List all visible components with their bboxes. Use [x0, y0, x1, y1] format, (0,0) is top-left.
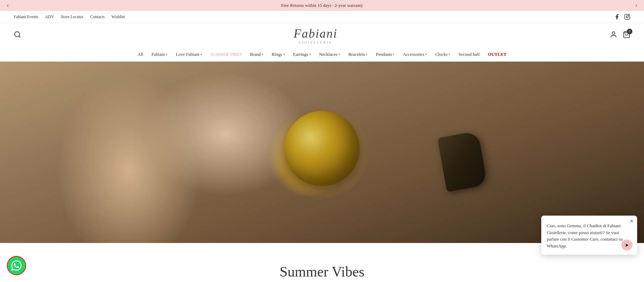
svg-rect-0	[625, 14, 630, 20]
wishlist-link[interactable]: Wishlist	[111, 14, 125, 20]
main-nav: All Fabiani ▾ Love Fabiani ▾ SUMMER VIBE…	[0, 48, 644, 62]
cart-badge: 0	[627, 29, 632, 34]
announcement-next-button[interactable]: ›	[629, 0, 644, 11]
chatbot-message: Ciao, sono Gemma, il ChatBot di Fabiani …	[547, 222, 632, 249]
whatsapp-button[interactable]	[7, 256, 26, 275]
nav-necklaces[interactable]: Necklaces ▾	[316, 50, 344, 59]
adv-link[interactable]: ADV	[45, 14, 54, 20]
section-title: Summer Vibes	[7, 264, 637, 280]
instagram-icon[interactable]	[624, 14, 630, 20]
whatsapp-icon	[11, 260, 22, 271]
nav-clocks[interactable]: Clocks ▾	[432, 50, 454, 59]
nav-earrings[interactable]: Earrings ▾	[290, 50, 314, 59]
announcement-bar: ‹ Free Returns within 15 days · 2-year w…	[0, 0, 644, 11]
cart-icon[interactable]: 0	[623, 31, 630, 40]
earrings-chevron-icon: ▾	[309, 53, 311, 56]
svg-point-1	[626, 16, 628, 18]
top-nav-right	[614, 14, 630, 20]
chatbot-close-button[interactable]: ✕	[630, 218, 634, 224]
search-button[interactable]	[14, 31, 21, 40]
nav-love-fabiani[interactable]: Love Fabiani ▾	[172, 50, 206, 59]
nav-all[interactable]: All	[134, 50, 147, 59]
love-fabiani-chevron-icon: ▾	[200, 53, 202, 56]
necklaces-chevron-icon: ▾	[338, 53, 340, 56]
svg-point-5	[612, 31, 615, 34]
header-logo[interactable]: Fabiani GIOIELLERIE	[21, 26, 610, 44]
store-locator-link[interactable]: Store Locator	[61, 14, 84, 20]
rings-chevron-icon: ▾	[283, 53, 285, 56]
top-nav-left: Fabiani Events ADV Store Locator Contact…	[14, 14, 125, 20]
account-icon[interactable]	[610, 31, 617, 40]
pendants-chevron-icon: ▾	[393, 53, 395, 56]
fabiani-events-link[interactable]: Fabiani Events	[14, 14, 38, 20]
nav-second-half[interactable]: Second half	[455, 50, 483, 59]
header: Fabiani GIOIELLERIE 0	[0, 23, 644, 48]
header-actions: 0	[610, 31, 630, 40]
contacts-link[interactable]: Contacts	[90, 14, 104, 20]
chatbot-send-button[interactable]: ➤	[621, 240, 632, 251]
nav-brand[interactable]: Brand ▾	[246, 50, 267, 59]
clocks-chevron-icon: ▾	[449, 53, 450, 56]
svg-point-3	[15, 31, 20, 37]
announcement-text: Free Returns within 15 days · 2-year war…	[281, 3, 363, 8]
chatbot-popup: ✕ Ciao, sono Gemma, il ChatBot di Fabian…	[541, 216, 637, 255]
brand-chevron-icon: ▾	[262, 53, 263, 56]
logo-text: Fabiani	[21, 26, 610, 41]
svg-point-2	[628, 15, 629, 16]
logo-sub: GIOIELLERIE	[21, 41, 610, 44]
announcement-prev-button[interactable]: ‹	[0, 0, 15, 11]
nav-pendants[interactable]: Pendants ▾	[372, 50, 398, 59]
svg-line-4	[19, 36, 20, 37]
nav-bracelets[interactable]: Bracelets ▾	[345, 50, 371, 59]
bracelets-chevron-icon: ▾	[366, 53, 368, 56]
nav-outlet[interactable]: OUTLET	[484, 50, 510, 59]
nav-accessories[interactable]: Accessories ▾	[399, 50, 430, 59]
nav-summer-vibes[interactable]: SUMMER VIBES	[207, 50, 245, 59]
top-nav: Fabiani Events ADV Store Locator Contact…	[0, 11, 644, 23]
accessories-chevron-icon: ▾	[425, 53, 427, 56]
fabiani-chevron-icon: ▾	[166, 53, 168, 56]
nav-rings[interactable]: Rings ▾	[268, 50, 288, 59]
facebook-icon[interactable]	[614, 14, 620, 20]
nav-fabiani[interactable]: Fabiani ▾	[148, 50, 171, 59]
